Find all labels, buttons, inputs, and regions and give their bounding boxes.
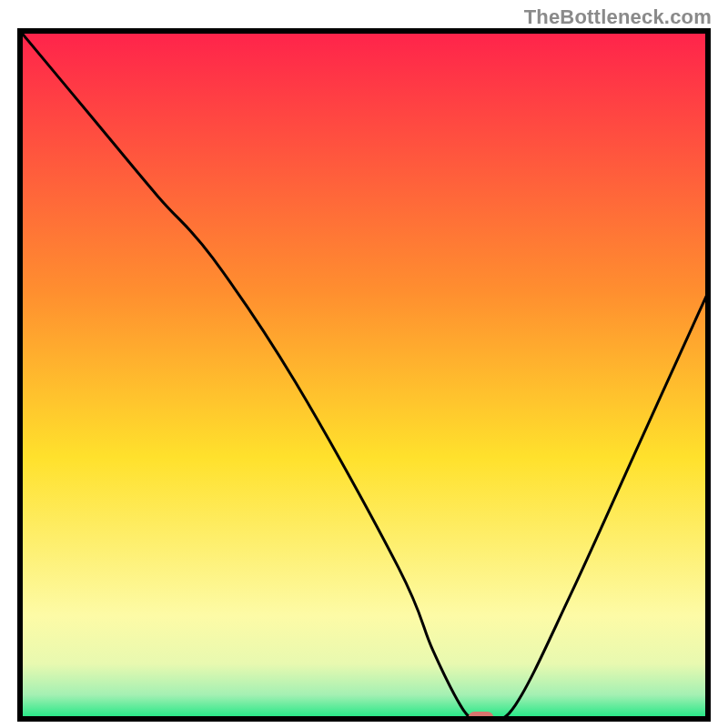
chart-background (20, 31, 708, 719)
chart-container: TheBottleneck.com (0, 0, 728, 728)
bottleneck-chart (0, 0, 728, 728)
